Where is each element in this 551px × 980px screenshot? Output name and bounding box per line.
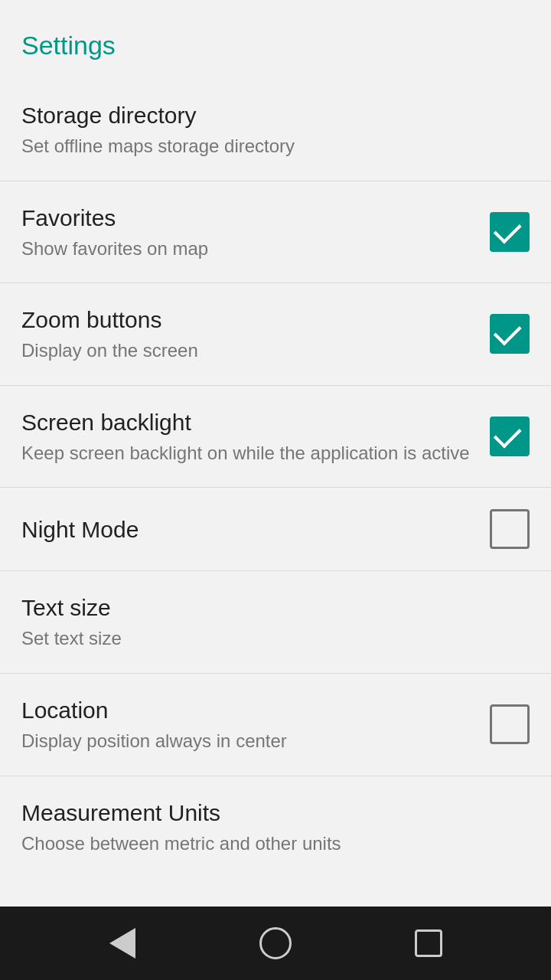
setting-text-night-mode: Night Mode xyxy=(21,514,490,544)
setting-text-zoom-buttons: Zoom buttonsDisplay on the screen xyxy=(21,305,490,364)
setting-checkbox-night-mode[interactable] xyxy=(490,509,530,549)
setting-checkbox-screen-backlight[interactable] xyxy=(490,416,530,456)
setting-subtitle-location: Display position always in center xyxy=(21,728,474,754)
setting-item-zoom-buttons[interactable]: Zoom buttonsDisplay on the screen xyxy=(0,283,551,386)
setting-title-night-mode: Night Mode xyxy=(21,514,474,544)
setting-checkbox-favorites[interactable] xyxy=(490,212,530,252)
page-title: Settings xyxy=(0,0,551,79)
setting-title-zoom-buttons: Zoom buttons xyxy=(21,305,474,335)
setting-title-favorites: Favorites xyxy=(21,203,474,233)
settings-list: Storage directorySet offline maps storag… xyxy=(0,79,551,906)
setting-item-storage-directory[interactable]: Storage directorySet offline maps storag… xyxy=(0,79,551,181)
setting-item-measurement-units[interactable]: Measurement UnitsChoose between metric a… xyxy=(0,776,551,864)
setting-title-text-size: Text size xyxy=(21,593,514,622)
setting-item-location[interactable]: LocationDisplay position always in cente… xyxy=(0,674,551,776)
setting-subtitle-measurement-units: Choose between metric and other units xyxy=(21,831,514,857)
setting-subtitle-screen-backlight: Keep screen backlight on while the appli… xyxy=(21,440,474,466)
setting-subtitle-text-size: Set text size xyxy=(21,626,514,652)
setting-text-screen-backlight: Screen backlightKeep screen backlight on… xyxy=(21,407,490,466)
nav-home-button[interactable] xyxy=(253,920,298,966)
setting-item-night-mode[interactable]: Night Mode xyxy=(0,488,551,571)
setting-title-storage-directory: Storage directory xyxy=(21,100,514,130)
nav-recents-button[interactable] xyxy=(406,920,452,966)
home-icon xyxy=(259,927,292,959)
setting-text-measurement-units: Measurement UnitsChoose between metric a… xyxy=(21,798,530,857)
setting-text-favorites: FavoritesShow favorites on map xyxy=(21,203,490,262)
setting-subtitle-zoom-buttons: Display on the screen xyxy=(21,338,474,364)
setting-title-screen-backlight: Screen backlight xyxy=(21,407,474,437)
setting-item-favorites[interactable]: FavoritesShow favorites on map xyxy=(0,181,551,284)
system-navbar xyxy=(0,906,551,980)
setting-subtitle-storage-directory: Set offline maps storage directory xyxy=(21,133,514,159)
nav-back-button[interactable] xyxy=(99,920,145,966)
setting-item-text-size[interactable]: Text sizeSet text size xyxy=(0,571,551,674)
back-icon xyxy=(109,928,135,959)
setting-title-location: Location xyxy=(21,695,474,725)
setting-title-measurement-units: Measurement Units xyxy=(21,798,514,828)
recents-icon xyxy=(415,929,442,957)
setting-checkbox-location[interactable] xyxy=(490,704,530,744)
setting-text-storage-directory: Storage directorySet offline maps storag… xyxy=(21,100,530,159)
setting-checkbox-zoom-buttons[interactable] xyxy=(490,314,530,354)
setting-item-screen-backlight[interactable]: Screen backlightKeep screen backlight on… xyxy=(0,386,551,488)
setting-subtitle-favorites: Show favorites on map xyxy=(21,236,474,262)
setting-text-text-size: Text sizeSet text size xyxy=(21,593,530,652)
setting-text-location: LocationDisplay position always in cente… xyxy=(21,695,490,754)
